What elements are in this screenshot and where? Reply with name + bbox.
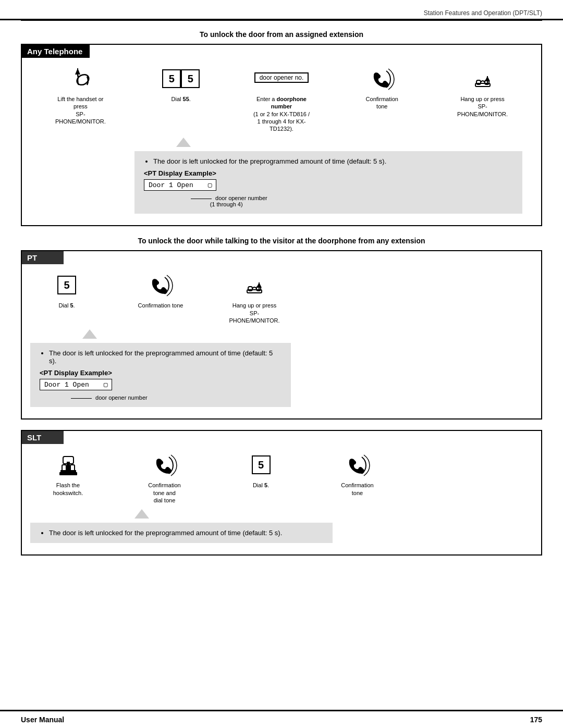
- num-box-5a: 5: [162, 69, 181, 88]
- confirmation-tone-slt-icon: [345, 451, 370, 478]
- door-opener-box: door opener no.: [254, 72, 309, 83]
- step-confirmation-tone-pt-label: Confirmation tone: [138, 302, 183, 309]
- section3-info-box: The door is left unlocked for the prepro…: [30, 523, 333, 543]
- step-dial5-pt: 5 Dial 5.: [30, 272, 103, 309]
- section2-title: To unlock the door while talking to the …: [21, 237, 542, 245]
- step-dial55: 5 5 Dial 55.: [131, 65, 231, 103]
- hangup-pt-icon: [242, 272, 267, 299]
- step-confirmation-tone1: Confirmationtone: [332, 65, 432, 110]
- step-flash-hookswitch-label: Flash thehookswitch.: [53, 482, 83, 497]
- step-hangup-pt: Hang up or pressSP-PHONE/MONITOR.: [218, 272, 291, 324]
- section2-pt-display-label: <PT Display Example>: [40, 369, 282, 377]
- section2-door-number-label: door opener number: [95, 394, 148, 401]
- section2-bullet: The door is left unlocked for the prepro…: [49, 349, 282, 365]
- step-confirmation-dial-tone: Confirmationtone anddial tone: [127, 451, 202, 504]
- step-confirmation-tone-slt: Confirmationtone: [320, 451, 395, 497]
- section1-bullet: The door is left unlocked for the prepro…: [153, 157, 513, 165]
- main-content: To unlock the door from an assigned exte…: [0, 21, 563, 597]
- confirmation-dial-tone-icon: [152, 451, 177, 478]
- section2-info-box: The door is left unlocked for the prepro…: [30, 343, 291, 407]
- dial55-icon: 5 5: [162, 65, 200, 92]
- num-box-5b: 5: [181, 69, 200, 88]
- section1-info-box: The door is left unlocked for the prepro…: [134, 151, 522, 214]
- flash-hookswitch-icon: [55, 451, 81, 478]
- section2-pt-display-value: Door 1 Open: [44, 381, 89, 389]
- num-box-5-slt: 5: [252, 455, 271, 474]
- step-hangup-pt-label: Hang up or pressSP-PHONE/MONITOR.: [226, 302, 283, 324]
- step-dial5-pt-label: Dial 5.: [58, 302, 75, 309]
- section1-pt-display-box: Door 1 Open ▢: [144, 179, 216, 191]
- page-footer: User Manual 175: [0, 710, 563, 728]
- section1-door-number-label: door opener number (1 through 4): [191, 195, 267, 207]
- section2-steps-row: 5 Dial 5. Confirmation tone: [30, 272, 291, 324]
- step-confirmation-tone-pt: Confirmation tone: [124, 272, 197, 309]
- step-dial55-label: Dial 55.: [172, 95, 191, 103]
- section3-steps-row: Flash thehookswitch. Confirmationtone an…: [30, 451, 395, 504]
- any-telephone-box-content: Lift the handset or pressSP-PHONE/MONITO…: [22, 58, 541, 225]
- svg-rect-17: [59, 472, 77, 475]
- step-flash-hookswitch: Flash thehookswitch.: [30, 451, 106, 497]
- step-door-opener: door opener no. Enter a doorphone number…: [231, 65, 332, 132]
- step-hangup1-label: Hang up or pressSP-PHONE/MONITOR.: [454, 95, 511, 118]
- pt-box-content: 5 Dial 5. Confirmation tone: [22, 264, 541, 418]
- step-hangup1: Hang up or pressSP-PHONE/MONITOR.: [432, 65, 533, 118]
- slt-box-header: SLT: [22, 431, 64, 444]
- confirmation-tone-icon1: [370, 65, 395, 92]
- dial5-slt-icon: 5: [252, 451, 271, 478]
- pt-box-header: PT: [22, 251, 64, 264]
- slt-box: SLT: [21, 430, 542, 556]
- section1-pt-display-value: Door 1 Open: [149, 181, 193, 189]
- step-lift-handset: Lift the handset or pressSP-PHONE/MONITO…: [30, 65, 131, 125]
- step-lift-handset-label: Lift the handset or pressSP-PHONE/MONITO…: [52, 95, 109, 125]
- footer-manual-label: User Manual: [21, 715, 64, 724]
- section2-pt-display-box: Door 1 Open ▢: [40, 379, 112, 390]
- slt-box-content: Flash thehookswitch. Confirmationtone an…: [22, 444, 541, 554]
- step-confirmation-dial-tone-label: Confirmationtone anddial tone: [148, 482, 180, 504]
- step-confirmation-tone-slt-label: Confirmationtone: [341, 482, 373, 497]
- footer-page-number: 175: [530, 715, 542, 724]
- section1-steps-row: Lift the handset or pressSP-PHONE/MONITO…: [30, 65, 533, 132]
- section1-pt-display-label: <PT Display Example>: [144, 169, 513, 177]
- num-box-5-pt: 5: [57, 276, 76, 294]
- pt-box: PT 5 Dial 5.: [21, 250, 542, 419]
- section3-bullet: The door is left unlocked for the prepro…: [49, 529, 323, 537]
- step-dial5-slt-label: Dial 5.: [253, 482, 269, 489]
- hangup-icon1: [470, 65, 495, 92]
- lift-handset-icon: [67, 65, 93, 92]
- any-telephone-box-header: Any Telephone: [22, 45, 90, 58]
- step-confirmation-tone1-label: Confirmationtone: [366, 95, 398, 110]
- confirmation-tone-pt-icon: [148, 272, 173, 299]
- door-opener-icon: door opener no.: [254, 65, 309, 92]
- dial5-pt-icon: 5: [57, 272, 76, 299]
- step-door-opener-label: Enter a doorphone number(1 or 2 for KX-T…: [253, 95, 310, 132]
- step-dial5-slt: 5 Dial 5.: [223, 451, 299, 489]
- any-telephone-box: Any Telephone: [21, 44, 542, 226]
- header-text: Station Features and Operation (DPT/SLT): [424, 9, 542, 17]
- page-header: Station Features and Operation (DPT/SLT): [0, 0, 563, 20]
- section1-title: To unlock the door from an assigned exte…: [21, 30, 542, 39]
